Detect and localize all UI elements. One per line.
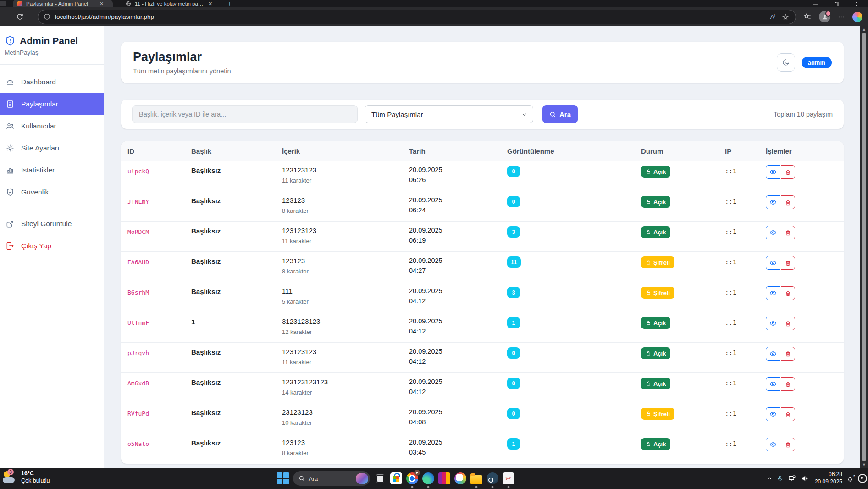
trash-icon <box>785 229 791 236</box>
view-button[interactable] <box>766 377 780 391</box>
globe-icon <box>126 1 131 6</box>
notification-badge: 3 <box>7 469 14 475</box>
search-input[interactable] <box>132 105 358 123</box>
browser-tab[interactable]: 11 - Hızlı ve kolay metin paylaşım ✕ <box>121 0 218 7</box>
view-button[interactable] <box>766 165 780 179</box>
status-label: Açık <box>653 229 666 236</box>
sidebar-item-guvenlik[interactable]: Güvenlik <box>0 181 104 203</box>
view-button[interactable] <box>766 256 780 270</box>
share-ip: ::1 <box>725 282 766 296</box>
tray-chevron-up-icon[interactable] <box>766 475 773 482</box>
menu-dots-icon[interactable] <box>838 13 845 21</box>
profile-avatar[interactable] <box>819 11 830 22</box>
sidebar-item-kullanicilar[interactable]: Kullanıcılar <box>0 115 104 137</box>
delete-button[interactable] <box>781 377 795 391</box>
delete-button[interactable] <box>781 195 795 209</box>
sidebar-item-istatistikler[interactable]: İstatistikler <box>0 159 104 181</box>
delete-button[interactable] <box>781 226 795 239</box>
sidebar-item-site-ayarlari[interactable]: Site Ayarları <box>0 137 104 159</box>
screen-record-icon[interactable] <box>858 474 867 483</box>
site-info-icon[interactable] <box>44 13 50 20</box>
view-button[interactable] <box>766 407 780 421</box>
task-view-icon[interactable] <box>376 474 384 483</box>
paint-icon[interactable] <box>454 472 466 484</box>
start-button[interactable] <box>277 472 289 484</box>
page-scrollbar[interactable]: ▲ ▼ <box>860 26 868 468</box>
sidebar-item-dashboard[interactable]: Dashboard <box>0 71 104 93</box>
delete-button[interactable] <box>781 286 795 300</box>
weather-widget[interactable]: 3 16°C Çok bulutlu <box>3 470 50 485</box>
views-badge: 0 <box>507 378 520 389</box>
chrome-icon[interactable] <box>406 472 418 484</box>
share-id: ulpckQ <box>127 161 191 175</box>
view-button[interactable] <box>766 226 780 239</box>
status-badge: Açık <box>641 378 670 389</box>
restore-button[interactable] <box>826 0 847 7</box>
logout-icon <box>6 241 15 250</box>
snipping-tool-icon[interactable]: ✂ <box>503 472 514 484</box>
explorer-icon[interactable] <box>470 475 482 484</box>
store-icon[interactable] <box>390 472 402 484</box>
network-icon[interactable] <box>788 475 796 483</box>
delete-button[interactable] <box>781 438 795 451</box>
winrar-icon[interactable] <box>438 472 450 484</box>
delete-button[interactable] <box>781 256 795 270</box>
new-tab-button[interactable]: ＋ <box>224 0 235 8</box>
view-button[interactable] <box>766 438 780 451</box>
minimize-button[interactable] <box>805 0 826 7</box>
delete-button[interactable] <box>781 317 795 330</box>
favorites-bar-icon[interactable] <box>803 13 812 21</box>
unlock-icon <box>646 169 651 174</box>
dark-mode-button[interactable] <box>777 53 795 72</box>
notification-bell-icon[interactable]: z <box>846 475 854 483</box>
admin-badge[interactable]: admin <box>802 57 832 68</box>
sidebar-item-cikis-yap[interactable]: Çıkış Yap <box>0 235 104 257</box>
view-button[interactable] <box>766 195 780 209</box>
delete-button[interactable] <box>781 347 795 361</box>
close-window-button[interactable] <box>847 0 868 7</box>
microphone-icon[interactable] <box>777 475 784 483</box>
search-button[interactable]: Ara <box>542 105 578 123</box>
view-button[interactable] <box>766 286 780 300</box>
share-ip: ::1 <box>725 343 766 356</box>
table-row: RVfuPd Başlıksız 23123123 10 karakter 20… <box>121 403 844 433</box>
sidebar-item-siteyi-goruntule[interactable]: Siteyi Görüntüle <box>0 213 104 235</box>
delete-button[interactable] <box>781 407 795 421</box>
eye-icon <box>769 320 777 327</box>
reload-button[interactable] <box>16 13 24 21</box>
tab-favicon <box>17 1 22 6</box>
steam-icon[interactable] <box>487 472 498 484</box>
volume-icon[interactable] <box>801 475 809 482</box>
taskbar-search-label: Ara <box>309 475 352 482</box>
tab-close-icon[interactable]: ✕ <box>99 1 105 7</box>
status-filter-select[interactable]: Tüm Paylaşımlar <box>365 105 533 123</box>
tab-close-icon[interactable]: ✕ <box>207 1 213 7</box>
share-title: 1 <box>191 312 282 326</box>
weather-desc: Çok bulutlu <box>21 477 50 484</box>
taskbar-search[interactable]: Ara <box>293 471 370 486</box>
edge-icon[interactable] <box>422 472 434 484</box>
gear-icon <box>6 144 15 153</box>
status-badge: Şifreli <box>641 287 674 299</box>
scroll-up-icon[interactable]: ▲ <box>860 26 868 33</box>
back-button[interactable] <box>0 17 4 17</box>
scroll-down-icon[interactable]: ▼ <box>860 461 868 468</box>
page-title: Paylaşımlar <box>133 50 231 64</box>
taskbar-clock[interactable]: 06:28 20.09.2025 <box>813 471 842 485</box>
share-id: JTNLmY <box>127 191 191 205</box>
workspace-chip-icon[interactable] <box>0 1 6 6</box>
taskbar-time: 06:28 <box>813 471 842 478</box>
favorite-star-icon[interactable] <box>782 13 789 21</box>
sidebar-item-paylasimlar[interactable]: Paylaşımlar <box>0 93 104 115</box>
scrollbar-thumb[interactable] <box>862 33 866 461</box>
column-header: İşlemler <box>766 147 844 155</box>
view-button[interactable] <box>766 347 780 361</box>
delete-button[interactable] <box>781 165 795 179</box>
url-bar[interactable]: localhost/just/admin/paylasimlar.php A) <box>38 10 796 24</box>
browser-tab-active[interactable]: Paylaşımlar - Admin Panel ✕ <box>13 0 113 7</box>
share-char-count: 8 karakter <box>282 207 409 214</box>
read-aloud-icon[interactable]: A) <box>770 13 775 20</box>
copilot-icon[interactable] <box>852 12 862 22</box>
view-button[interactable] <box>766 317 780 330</box>
share-char-count: 11 karakter <box>282 359 409 366</box>
